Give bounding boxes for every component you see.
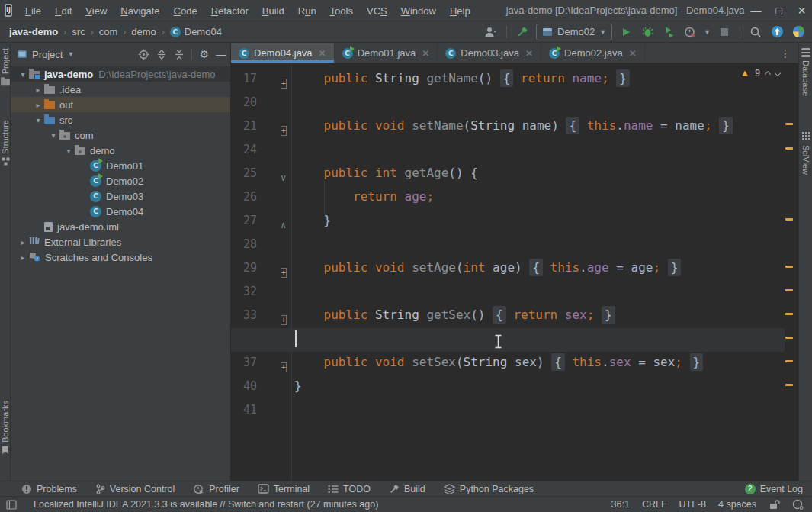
tool-window-button-profiler[interactable]: Profiler xyxy=(193,484,239,494)
fold-expand-icon[interactable]: + xyxy=(281,315,287,325)
run-button[interactable] xyxy=(618,24,634,40)
user-profile-icon[interactable] xyxy=(483,24,499,40)
menu-refactor[interactable]: Refactor xyxy=(204,5,255,17)
line-number[interactable]: 20 xyxy=(243,95,257,109)
tab-demo02-java[interactable]: CDemo02.java✕ xyxy=(541,43,645,63)
line-number[interactable]: 21 xyxy=(243,119,257,133)
menu-code[interactable]: Code xyxy=(167,5,204,17)
stop-button[interactable] xyxy=(717,24,732,40)
tree-chevron-icon[interactable]: ▾ xyxy=(63,147,75,155)
line-number[interactable]: 24 xyxy=(243,143,257,156)
close-button[interactable]: ✕ xyxy=(791,1,812,21)
fold-expand-icon[interactable]: + xyxy=(281,268,287,278)
tab-more-options-icon[interactable]: ⋮ xyxy=(772,43,798,63)
menu-file[interactable]: File xyxy=(18,5,48,17)
warning-stripe-mark[interactable] xyxy=(785,384,793,386)
profiler-button[interactable] xyxy=(682,24,698,40)
tool-window-button-build[interactable]: Build xyxy=(389,484,425,494)
fold-marker-icon[interactable]: ∨ xyxy=(281,169,289,178)
tree-row-demo03[interactable]: CDemo03 xyxy=(11,188,230,204)
tool-stripe-button-bookmarks[interactable]: Bookmarks xyxy=(0,401,11,456)
fold-expand-icon[interactable]: + xyxy=(281,126,287,136)
debug-button[interactable] xyxy=(640,24,655,40)
settings-gear-icon[interactable]: ⚙ xyxy=(199,49,209,60)
encoding-widget[interactable]: UTF-8 xyxy=(679,499,706,510)
fold-expand-icon[interactable]: + xyxy=(281,362,287,372)
fold-marker-icon[interactable]: + xyxy=(281,122,289,130)
tab-demo01-java[interactable]: CDemo01.java✕ xyxy=(335,43,438,63)
tool-stripe-button-structure[interactable]: Structure xyxy=(0,120,11,167)
tab-close-icon[interactable]: ✕ xyxy=(525,48,533,59)
tool-window-button-python-packages[interactable]: Python Packages xyxy=(444,484,534,494)
warning-stripe-mark[interactable] xyxy=(785,147,793,150)
code-with-me-sphere-icon[interactable] xyxy=(791,24,806,40)
line-number[interactable]: 32 xyxy=(243,285,257,298)
tree-row--idea[interactable]: ▸.idea xyxy=(11,82,230,97)
tool-stripe-button-sciview[interactable]: SciView xyxy=(799,132,812,175)
build-hammer-icon[interactable] xyxy=(515,24,530,40)
breadcrumb-item-src[interactable]: src xyxy=(72,26,85,37)
fold-marker-icon[interactable]: + xyxy=(281,311,289,320)
line-number[interactable]: 25 xyxy=(243,166,257,180)
warning-stripe-mark[interactable] xyxy=(785,266,793,268)
indent-widget[interactable]: 4 spaces xyxy=(718,499,756,510)
tree-chevron-icon[interactable]: ▸ xyxy=(17,253,29,262)
tree-chevron-icon[interactable]: ▸ xyxy=(17,238,29,246)
tree-row-out[interactable]: ▸out xyxy=(11,97,230,112)
event-log-button[interactable]: 2Event Log xyxy=(745,484,803,494)
line-number[interactable]: 26 xyxy=(243,190,257,204)
tab-close-icon[interactable]: ✕ xyxy=(319,48,326,59)
line-number[interactable]: 29 xyxy=(243,261,257,275)
line-number[interactable]: 27 xyxy=(243,214,257,227)
fold-marker-icon[interactable]: + xyxy=(281,75,289,83)
line-number[interactable]: 40 xyxy=(243,379,257,393)
tab-close-icon[interactable]: ✕ xyxy=(629,48,637,59)
tab-close-icon[interactable]: ✕ xyxy=(422,48,429,59)
line-number[interactable]: 37 xyxy=(243,356,257,369)
minimize-button[interactable]: — xyxy=(745,1,768,21)
fold-expand-icon[interactable]: + xyxy=(281,79,287,89)
menu-build[interactable]: Build xyxy=(255,5,291,17)
tree-row-demo01[interactable]: CDemo01 xyxy=(11,158,230,173)
fold-marker-icon[interactable]: ∧ xyxy=(281,217,289,225)
menu-window[interactable]: Window xyxy=(394,5,443,17)
warning-stripe-mark[interactable] xyxy=(785,123,793,125)
collapse-all-icon[interactable] xyxy=(174,49,185,60)
caret-position-widget[interactable]: 36:1 xyxy=(611,499,630,510)
warning-stripe-mark[interactable] xyxy=(785,360,793,362)
tree-chevron-icon[interactable]: ▾ xyxy=(32,116,44,124)
tool-window-button-todo[interactable]: TODO xyxy=(328,484,371,494)
tree-row-java-demo[interactable]: ▾java-demoD:\IdeaProjects\java-demo xyxy=(11,66,230,82)
line-number[interactable]: 33 xyxy=(243,308,257,322)
tree-row-external-libraries[interactable]: ▸External Libraries xyxy=(11,234,230,250)
panel-chevron-down-icon[interactable]: ▼ xyxy=(67,50,74,58)
tab-demo03-java[interactable]: CDemo03.java✕ xyxy=(438,43,541,63)
profiler-chevron-down-icon[interactable]: ▼ xyxy=(704,28,711,36)
code-editor[interactable]: 17+2021+2425∨2627∧2829+3233+3637+4041 pu… xyxy=(231,63,798,481)
run-configuration-select[interactable]: Demo02 ▼ xyxy=(536,24,612,40)
hide-panel-icon[interactable]: — xyxy=(216,49,226,60)
fold-marker-icon[interactable]: + xyxy=(281,359,289,367)
status-message[interactable]: Localized IntelliJ IDEA 2021.3.3 is avai… xyxy=(34,499,378,510)
tree-row-demo[interactable]: ▾demo xyxy=(11,143,230,158)
panel-title[interactable]: Project xyxy=(32,49,63,60)
search-everywhere-icon[interactable] xyxy=(748,24,763,40)
tree-row-demo02[interactable]: CDemo02 xyxy=(11,173,230,188)
line-number[interactable]: 28 xyxy=(243,237,257,251)
menu-navigate[interactable]: Navigate xyxy=(114,5,166,17)
tree-row-src[interactable]: ▾src xyxy=(11,112,230,127)
line-number[interactable]: 17 xyxy=(243,72,257,85)
tool-window-button-problems[interactable]: Problems xyxy=(21,484,77,494)
tab-demo04-java[interactable]: CDemo04.java✕ xyxy=(231,43,335,63)
fold-marker-icon[interactable]: + xyxy=(281,264,289,272)
tree-chevron-icon[interactable]: ▸ xyxy=(32,85,44,94)
warning-stripe-mark[interactable] xyxy=(785,337,793,339)
breadcrumb-item-demo[interactable]: demo xyxy=(131,26,156,37)
warning-stripe-mark[interactable] xyxy=(785,289,793,291)
menu-run[interactable]: Run xyxy=(291,5,323,17)
layout-panels-icon[interactable] xyxy=(6,500,17,510)
maximize-button[interactable]: □ xyxy=(768,1,791,21)
locate-file-icon[interactable] xyxy=(138,49,149,60)
lock-icon[interactable] xyxy=(769,499,780,510)
fold-close-icon[interactable]: ∧ xyxy=(281,220,286,230)
